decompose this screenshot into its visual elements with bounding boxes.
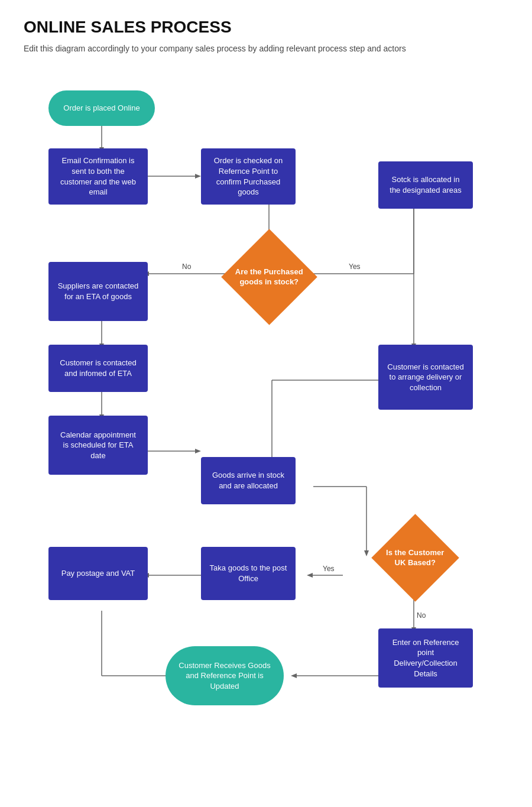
calendar-apt-node: Calendar appointment is scheduled for ET… — [48, 416, 148, 475]
svg-marker-28 — [307, 573, 313, 578]
svg-text:No: No — [417, 611, 426, 620]
svg-text:No: No — [182, 262, 192, 271]
svg-marker-39 — [291, 673, 297, 678]
svg-text:Yes: Yes — [323, 565, 335, 573]
customer-contact-delivery-node: Customer is contacted to arrange deliver… — [378, 345, 473, 410]
stock-allocated-node: Sotck is allocated in the designated are… — [378, 161, 473, 209]
uk-based-diamond: Is the Customer UK Based? — [371, 514, 459, 601]
svg-marker-26 — [364, 550, 369, 556]
suppliers-contacted-node: Suppliers are contacted for an ETA of go… — [48, 262, 148, 321]
page-title: ONLINE SALES PROCESS — [24, 18, 508, 37]
order-checked-node: Order is checked on Refernce Point to co… — [201, 148, 296, 205]
svg-marker-20 — [195, 449, 201, 453]
enter-ref-node: Enter on Reference point Delivery/Collec… — [378, 628, 473, 688]
order-placed-node: Order is placed Online — [48, 90, 155, 126]
customer-eta-node: Customer is contacted and infomed of ETA — [48, 345, 148, 392]
pay-postage-node: Pay postage and VAT — [48, 547, 148, 600]
svg-text:Yes: Yes — [349, 262, 361, 271]
in-stock-diamond: Are the Purchased goods in stock? — [221, 229, 317, 325]
customer-receives-node: Customer Receives Goods and Reference Po… — [166, 646, 284, 705]
email-confirm-node: Email Confirmation is sent to both the c… — [48, 148, 148, 205]
svg-marker-3 — [195, 174, 201, 179]
goods-arrive-node: Goods arrive in stock and are allocated — [201, 457, 296, 504]
page-subtitle: Edit this diagram accordingly to your co… — [24, 43, 508, 55]
taka-goods-node: Taka goods to the post Office — [201, 547, 296, 600]
